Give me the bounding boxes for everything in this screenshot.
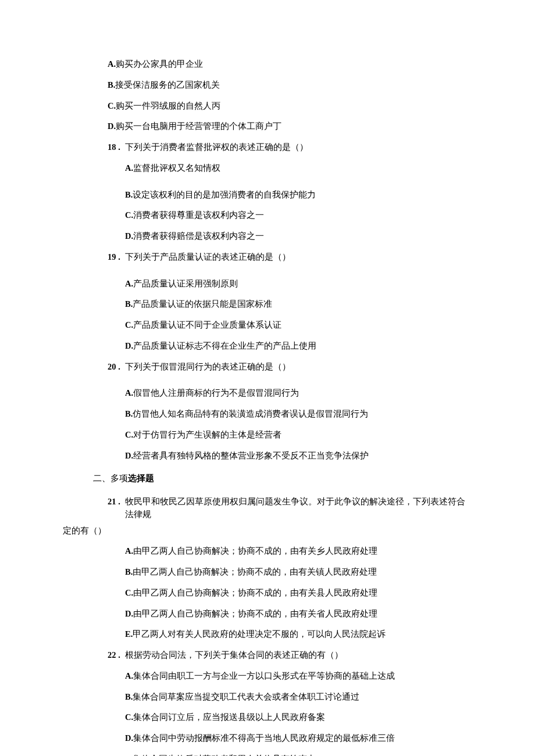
question-text: 下列关于产品质量认证的表述正确的是（） [125, 251, 471, 264]
document-page: A.购买办公家具的甲企业 B.接受保洁服务的乙国家机关 C.购买一件羽绒服的自然… [0, 0, 535, 756]
q19-option-a: A.产品质量认证采用强制原则 [125, 278, 471, 291]
q17-option-b: B.接受保洁服务的乙国家机关 [108, 79, 471, 92]
question-text-tail: 定的有（） [63, 525, 471, 538]
option-text: 消费者获得赔偿是该权利内容之一 [133, 231, 264, 241]
option-text: 集体合同由职工一方与企业一方以口头形式在平等协商的基础上达成 [133, 671, 395, 680]
question-number: 20 . [108, 361, 125, 374]
option-label: D. [125, 231, 133, 241]
option-label: B. [125, 692, 133, 701]
option-text: 集体合同中劳动报酬标准不得高于当地人民政府规定的最低标准三倍 [133, 733, 395, 743]
option-label: B. [125, 299, 133, 309]
option-text: 假冒他人注册商标的行为不是假冒混同行为 [133, 388, 299, 397]
option-text: 对于仿冒行为产生误解的主体是经营者 [133, 430, 281, 439]
option-label: A. [125, 671, 133, 680]
option-label: B. [125, 567, 133, 576]
q22-option-d: D.集体合同中劳动报酬标准不得高于当地人民政府规定的最低标准三倍 [125, 732, 471, 745]
option-label: A. [125, 546, 133, 556]
option-label: A. [125, 163, 133, 173]
option-text: 监督批评权又名知情权 [133, 163, 220, 173]
q20-option-b: B.仿冒他人知名商品特有的装潢造成消费者误认是假冒混同行为 [125, 408, 471, 421]
q18-option-b: B.设定该权利的目的是加强消费者的自我保护能力 [125, 189, 471, 202]
option-text: 经营者具有独特风格的整体营业形象不受反不正当竞争法保护 [133, 451, 369, 460]
q17-option-a: A.购买办公家具的甲企业 [108, 58, 471, 71]
q21-option-e: E.甲乙两人对有关人民政府的处理决定不服的，可以向人民法院起诉 [125, 628, 471, 641]
option-label: D. [125, 733, 133, 743]
option-label: A. [125, 388, 133, 397]
option-text: 产品质量认证不同于企业质量体系认证 [133, 320, 281, 329]
option-label: C. [125, 712, 133, 722]
q20-option-c: C.对于仿冒行为产生误解的主体是经营者 [125, 429, 471, 442]
question-number: 19 . [108, 251, 125, 264]
option-label: C. [108, 101, 116, 110]
q19-option-b: B.产品质量认证的依据只能是国家标准 [125, 298, 471, 311]
option-text: 购买一台电脑用于经营管理的个体工商户丁 [116, 121, 281, 131]
option-label: C. [125, 210, 133, 220]
option-label: A. [125, 279, 133, 288]
q18-option-a: A.监督批评权又名知情权 [125, 162, 471, 175]
q20-stem: 20 . 下列关于假冒混同行为的表述正确的是（） [108, 361, 471, 374]
option-label: D. [125, 609, 133, 618]
option-label: D. [125, 451, 133, 460]
q22-option-a: A.集体合同由职工一方与企业一方以口头形式在平等协商的基础上达成 [125, 670, 471, 683]
option-label: B. [125, 190, 133, 199]
question-number: 18 . [108, 141, 125, 154]
q17-option-c: C.购买一件羽绒服的自然人丙 [108, 100, 471, 113]
q19-stem: 19 . 下列关于产品质量认证的表述正确的是（） [108, 251, 471, 264]
option-text: 由甲乙两人自己协商解决；协商不成的，由有关乡人民政府处理 [133, 546, 377, 556]
option-text: 仿冒他人知名商品特有的装潢造成消费者误认是假冒混同行为 [133, 409, 368, 418]
option-label: C. [125, 320, 133, 329]
q22-option-b: B.集体合同草案应当提交职工代表大会或者全体职工讨论通过 [125, 691, 471, 704]
option-label: B. [125, 409, 133, 418]
q18-option-c: C.消费者获得尊重是该权利内容之一 [125, 209, 471, 222]
q21-option-d: D.由甲乙两人自己协商解决；协商不成的，由有关省人民政府处理 [125, 608, 471, 621]
option-label: B. [108, 80, 115, 89]
q21: 21 . 牧民甲和牧民乙因草原使用权归属问题发生争议。对于此争议的解决途径，下列… [93, 496, 471, 537]
section-heading-prefix: 二、多项 [93, 474, 128, 483]
option-text: 购买一件羽绒服的自然人丙 [116, 101, 220, 110]
q20-option-a: A.假冒他人注册商标的行为不是假冒混同行为 [125, 387, 471, 400]
option-label: C. [125, 430, 133, 439]
option-text: 甲乙两人对有关人民政府的处理决定不服的，可以向人民法院起诉 [133, 629, 386, 639]
q22-option-c: C.集体合同订立后，应当报送县级以上人民政府备案 [125, 711, 471, 724]
q19-option-d: D.产品质量认证标志不得在企业生产的产品上使用 [125, 340, 471, 353]
q21-option-a: A.由甲乙两人自己协商解决；协商不成的，由有关乡人民政府处理 [125, 545, 471, 558]
option-text: 集体合同订立后，应当报送县级以上人民政府备案 [133, 712, 325, 722]
q22-option-e: E.集体合同生效后对劳动者和用人单位具有约束力 [125, 753, 471, 756]
option-text: 产品质量认证的依据只能是国家标准 [133, 299, 272, 309]
option-label: C. [125, 588, 133, 597]
section-heading-bold: 选择题 [128, 474, 154, 483]
question-number: 22 . [108, 649, 125, 662]
q18-option-d: D.消费者获得赔偿是该权利内容之一 [125, 230, 471, 243]
question-number: 21 . [108, 496, 125, 521]
q17-option-d: D.购买一台电脑用于经营管理的个体工商户丁 [108, 120, 471, 133]
q21-option-c: C.由甲乙两人自己协商解决；协商不成的，由有关县人民政府处理 [125, 587, 471, 600]
option-text: 设定该权利的目的是加强消费者的自我保护能力 [133, 190, 316, 199]
option-text: 消费者获得尊重是该权利内容之一 [133, 210, 264, 220]
question-text: 牧民甲和牧民乙因草原使用权归属问题发生争议。对于此争议的解决途径，下列表述符合法… [125, 496, 471, 521]
q20-option-d: D.经营者具有独特风格的整体营业形象不受反不正当竞争法保护 [125, 450, 471, 463]
option-text: 接受保洁服务的乙国家机关 [115, 80, 220, 89]
question-text: 下列关于消费者监督批评权的表述正确的是（） [125, 141, 471, 154]
option-text: 由甲乙两人自己协商解决；协商不成的，由有关省人民政府处理 [133, 609, 377, 618]
q19-option-c: C.产品质量认证不同于企业质量体系认证 [125, 319, 471, 332]
option-text: 由甲乙两人自己协商解决；协商不成的，由有关县人民政府处理 [133, 588, 377, 597]
option-text: 产品质量认证采用强制原则 [133, 279, 238, 288]
option-label: A. [108, 59, 116, 69]
option-text: 购买办公家具的甲企业 [116, 59, 203, 69]
option-label: D. [125, 341, 133, 350]
q18-stem: 18 . 下列关于消费者监督批评权的表述正确的是（） [108, 141, 471, 154]
option-text: 产品质量认证标志不得在企业生产的产品上使用 [133, 341, 316, 350]
question-text: 根据劳动合同法，下列关于集体合同的表述正确的有（） [125, 649, 471, 662]
q22-stem: 22 . 根据劳动合同法，下列关于集体合同的表述正确的有（） [108, 649, 471, 662]
q21-option-b: B.由甲乙两人自己协商解决；协商不成的，由有关镇人民政府处理 [125, 566, 471, 579]
question-text: 下列关于假冒混同行为的表述正确的是（） [125, 361, 471, 374]
option-label: E. [125, 629, 133, 639]
option-text: 集体合同草案应当提交职工代表大会或者全体职工讨论通过 [133, 692, 359, 701]
section-2-heading: 二、多项选择题 [93, 472, 471, 485]
option-label: D. [108, 121, 116, 131]
option-text: 由甲乙两人自己协商解决；协商不成的，由有关镇人民政府处理 [133, 567, 377, 576]
